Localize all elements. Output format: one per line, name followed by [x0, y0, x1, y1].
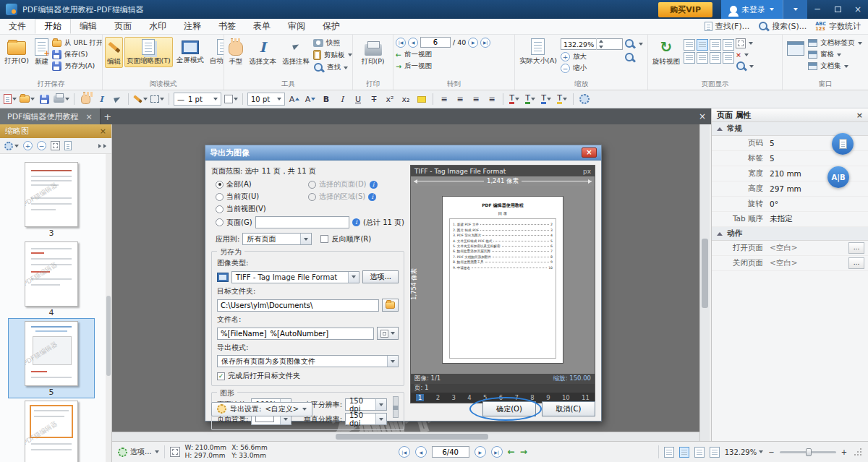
- layout-two-up-button[interactable]: [710, 39, 721, 51]
- print-button[interactable]: 打印(P): [359, 37, 386, 68]
- thumbnail-options-button[interactable]: [4, 142, 19, 150]
- radio-all-pages[interactable]: 全部(A): [216, 179, 308, 189]
- layout-single-page-button[interactable]: [664, 447, 674, 458]
- export-mode-combo[interactable]: 保存所有页面为多页图像文件: [217, 355, 399, 367]
- zoom-slider[interactable]: [780, 451, 836, 453]
- first-page-button[interactable]: |◀: [396, 38, 406, 48]
- preview-page-2[interactable]: 2: [436, 394, 440, 401]
- preview-page-7[interactable]: 7: [515, 394, 519, 401]
- zoom-slider-thumb[interactable]: [806, 448, 812, 456]
- layout-single-page-button[interactable]: [684, 39, 695, 51]
- edit-action-button[interactable]: ...: [848, 242, 864, 254]
- menu-tab-bookmark[interactable]: 书签: [210, 19, 244, 34]
- preview-page-9[interactable]: 9: [546, 394, 550, 401]
- menu-tab-file[interactable]: 文件: [0, 19, 35, 34]
- text-highlight-color-button[interactable]: T: [524, 93, 537, 106]
- document-collection-button[interactable]: 文档集: [808, 61, 862, 71]
- export-settings-combo[interactable]: 导出设置: <自定义>: [211, 402, 312, 416]
- hand-tool-small-button[interactable]: [79, 93, 92, 106]
- open-file-button[interactable]: [20, 93, 35, 106]
- info-icon[interactable]: i: [352, 218, 360, 226]
- previous-view-button[interactable]: ←: [508, 447, 515, 457]
- zoom-out-button[interactable]: −缩小: [561, 64, 623, 73]
- bold-button[interactable]: B: [320, 93, 333, 106]
- new-button[interactable]: + 新建: [33, 37, 51, 68]
- window-layout-button[interactable]: [785, 37, 807, 57]
- panel-close-icon[interactable]: ×: [100, 127, 106, 136]
- align-justify-button[interactable]: ≡: [485, 93, 498, 106]
- highlight-button[interactable]: [415, 93, 428, 106]
- superscript-button[interactable]: x²: [383, 93, 396, 106]
- rotate-view-button[interactable]: ↻ 旋转视图: [650, 37, 682, 68]
- last-page-button[interactable]: ▶|: [480, 38, 490, 48]
- save-button[interactable]: 保存(S): [52, 50, 103, 59]
- zoom-level-combo[interactable]: 132.29%: [725, 448, 764, 456]
- layout-two-up-button[interactable]: [694, 447, 705, 458]
- cancel-button[interactable]: 取消(C): [542, 401, 595, 416]
- italic-button[interactable]: I: [336, 93, 349, 106]
- layout-continuous-button[interactable]: [697, 39, 708, 51]
- layout-cover-button[interactable]: [684, 52, 695, 64]
- resize-grip[interactable]: [854, 448, 862, 456]
- pane-button[interactable]: 窗格: [808, 50, 862, 59]
- settings-gear-button[interactable]: [578, 93, 591, 106]
- shrink-thumbnails-button[interactable]: −: [37, 141, 46, 150]
- document-tabs-button[interactable]: 文档标签页: [808, 38, 862, 48]
- auto-scroll-button[interactable]: ↓ 自动滚屏: [208, 37, 224, 67]
- next-page-button[interactable]: ▶: [475, 446, 486, 458]
- info-icon[interactable]: i: [370, 181, 378, 189]
- text-underline-color-button[interactable]: T: [540, 93, 553, 106]
- canvas-vertical-scrollbar[interactable]: [699, 124, 710, 441]
- thumbnail-page-6[interactable]: PDF猫编辑器 6: [9, 398, 94, 462]
- pencil-tool-button[interactable]: [133, 93, 148, 106]
- thumbnail-page-3[interactable]: PDF猫编辑器 3: [9, 160, 94, 239]
- decrease-font-button[interactable]: A: [304, 93, 317, 106]
- text-color-button[interactable]: T: [508, 93, 521, 106]
- strikethrough-button[interactable]: T: [367, 93, 380, 106]
- menu-tab-form[interactable]: 表单: [244, 19, 279, 34]
- first-page-button[interactable]: |◀: [399, 446, 410, 458]
- canvas-horizontal-scrollbar[interactable]: [112, 432, 699, 441]
- layout-cover-continuous-button[interactable]: [697, 52, 708, 64]
- next-view-button[interactable]: →后一视图: [396, 61, 432, 71]
- text-squiggly-button[interactable]: T: [556, 93, 569, 106]
- login-button[interactable]: 未登录: [721, 0, 783, 19]
- menu-tab-protect[interactable]: 保护: [314, 19, 349, 34]
- zoom-spin-buttons[interactable]: [596, 38, 605, 50]
- previous-page-button[interactable]: ◀: [415, 446, 427, 458]
- fullscreen-button[interactable]: 全屏模式: [174, 37, 206, 67]
- close-button[interactable]: ×: [848, 0, 868, 19]
- buy-vip-button[interactable]: 购买VIP: [658, 2, 712, 17]
- quick-save-button[interactable]: [38, 93, 51, 106]
- dialog-close-button[interactable]: ×: [582, 147, 597, 158]
- previous-view-button[interactable]: ←前一视图: [396, 50, 432, 59]
- find-tool-button[interactable]: 查找: [313, 62, 352, 73]
- menu-tab-comment[interactable]: 注释: [175, 19, 210, 34]
- browse-folder-button[interactable]: [382, 299, 399, 312]
- layout-spread-button[interactable]: [723, 52, 734, 64]
- preview-page-10[interactable]: 10: [562, 394, 570, 401]
- increase-font-button[interactable]: A: [288, 93, 301, 106]
- zoom-out-button[interactable]: −: [768, 448, 774, 456]
- font-size-combo[interactable]: 10 pt: [247, 93, 285, 106]
- zoom-page-button[interactable]: [736, 61, 754, 72]
- delete-pages-button[interactable]: ×: [736, 51, 754, 59]
- info-icon[interactable]: i: [368, 193, 376, 201]
- radio-selected-area[interactable]: 选择的区域(S)i: [308, 192, 404, 202]
- preview-page-4[interactable]: 4: [467, 394, 471, 401]
- radio-selected-pages[interactable]: 选择的页面(D)i: [308, 179, 404, 189]
- shape-tool-button[interactable]: [150, 93, 164, 106]
- select-text-button[interactable]: I 选择文本: [247, 37, 278, 68]
- ok-button[interactable]: 确定(O): [482, 401, 536, 416]
- dialog-titlebar[interactable]: 导出为图像 ×: [205, 145, 601, 161]
- select-annotation-button[interactable]: 选择注释: [280, 37, 312, 68]
- minimize-button[interactable]: ─: [807, 0, 827, 19]
- subscript-button[interactable]: x₂: [399, 93, 412, 106]
- radio-pages[interactable]: 页面(G): [216, 218, 252, 228]
- maximize-button[interactable]: [827, 0, 848, 19]
- preview-body[interactable]: 1,754 像素 PDF 编辑器使用教程 目 录 1. 新建 PDF 文件2 2…: [411, 186, 595, 374]
- thumbnails-scrollbar[interactable]: [106, 154, 111, 462]
- document-tab[interactable]: PDF编辑器使用教程 ×: [0, 108, 101, 124]
- preview-page-6[interactable]: 6: [499, 394, 503, 401]
- line-width-combo[interactable]: —1 pt: [174, 93, 221, 106]
